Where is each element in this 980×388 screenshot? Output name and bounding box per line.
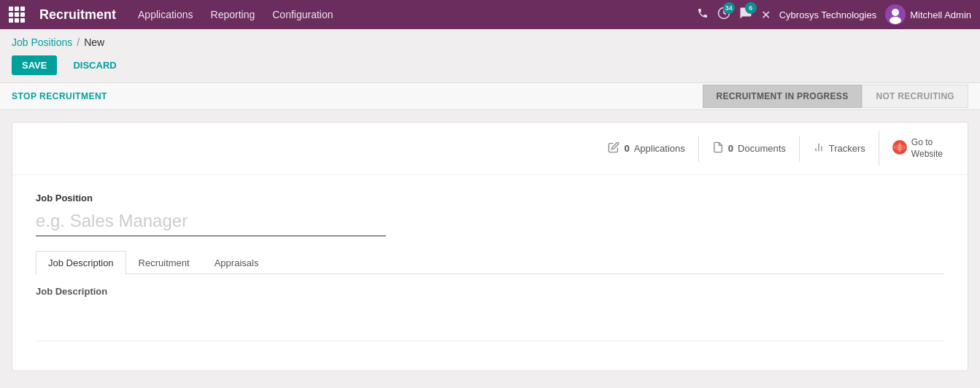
tab-content-job-description: Job Description [36, 274, 944, 353]
applications-label: Applications [634, 143, 685, 154]
globe-icon [892, 140, 907, 157]
user-menu[interactable]: Mitchell Admin [885, 4, 971, 25]
job-position-label: Job Position [36, 193, 944, 203]
top-navigation: Recruitment Applications Reporting Confi… [0, 0, 980, 29]
activity-badge: 34 [723, 2, 735, 14]
user-name: Mitchell Admin [910, 9, 971, 20]
menu-reporting[interactable]: Reporting [211, 9, 255, 20]
trackers-action-button[interactable]: Trackers [799, 136, 879, 162]
tab-recruitment[interactable]: Recruitment [126, 251, 202, 274]
top-menu: Applications Reporting Configuration [138, 9, 682, 20]
topnav-right-actions: 34 6 ✕ Cybrosys Technologies Mitchell Ad… [697, 4, 971, 25]
applications-count: 0 [624, 143, 629, 154]
form-header-actions: 0 Applications 0 Documents [12, 123, 968, 175]
user-avatar [885, 4, 906, 25]
chart-icon [813, 141, 825, 156]
phone-icon[interactable] [697, 7, 709, 22]
website-label: Go to Website [911, 137, 943, 160]
save-button[interactable]: SAVE [12, 55, 57, 75]
action-bar: SAVE DISCARD [0, 53, 980, 82]
job-description-section-label: Job Description [36, 286, 944, 297]
status-buttons: RECRUITMENT IN PROGRESS NOT RECRUITING [703, 85, 968, 108]
svg-point-2 [892, 9, 899, 16]
applications-action-button[interactable]: 0 Applications [595, 136, 698, 162]
tab-job-description[interactable]: Job Description [36, 251, 126, 274]
documents-label: Documents [738, 143, 786, 154]
activity-icon[interactable]: 34 [717, 7, 730, 23]
breadcrumb-current: New [84, 36, 104, 48]
svg-point-3 [890, 17, 901, 24]
breadcrumb-separator: / [77, 36, 80, 48]
section-divider [36, 341, 944, 341]
form-card: 0 Applications 0 Documents [12, 122, 968, 371]
stop-recruitment-button[interactable]: STOP RECRUITMENT [12, 91, 107, 101]
go-to-website-button[interactable]: Go to Website [879, 131, 956, 166]
company-name: Cybrosys Technologies [779, 9, 876, 20]
grid-menu-icon[interactable] [9, 7, 25, 23]
discard-button[interactable]: DISCARD [63, 55, 126, 75]
menu-configuration[interactable]: Configuration [272, 9, 333, 20]
status-not-recruiting[interactable]: NOT RECRUITING [862, 85, 968, 108]
documents-count: 0 [728, 143, 733, 154]
form-body: Job Position Job Description Recruitment… [12, 175, 968, 370]
app-brand: Recruitment [39, 7, 116, 23]
job-position-input[interactable] [36, 208, 386, 236]
breadcrumb-parent[interactable]: Job Positions [12, 36, 72, 48]
chat-icon[interactable]: 6 [739, 7, 752, 23]
documents-action-button[interactable]: 0 Documents [698, 136, 799, 162]
pencil-icon [608, 141, 620, 156]
menu-applications[interactable]: Applications [138, 9, 193, 20]
status-bar: STOP RECRUITMENT RECRUITMENT IN PROGRESS… [0, 82, 980, 110]
chat-badge: 6 [745, 2, 757, 14]
breadcrumb: Job Positions / New [0, 29, 980, 53]
close-icon[interactable]: ✕ [761, 8, 771, 22]
tab-appraisals[interactable]: Appraisals [202, 251, 271, 274]
document-icon [712, 141, 724, 156]
status-recruitment-in-progress[interactable]: RECRUITMENT IN PROGRESS [703, 85, 863, 108]
main-content: 0 Applications 0 Documents [0, 110, 980, 383]
form-tabs: Job Description Recruitment Appraisals [36, 251, 944, 274]
trackers-label: Trackers [829, 143, 865, 154]
